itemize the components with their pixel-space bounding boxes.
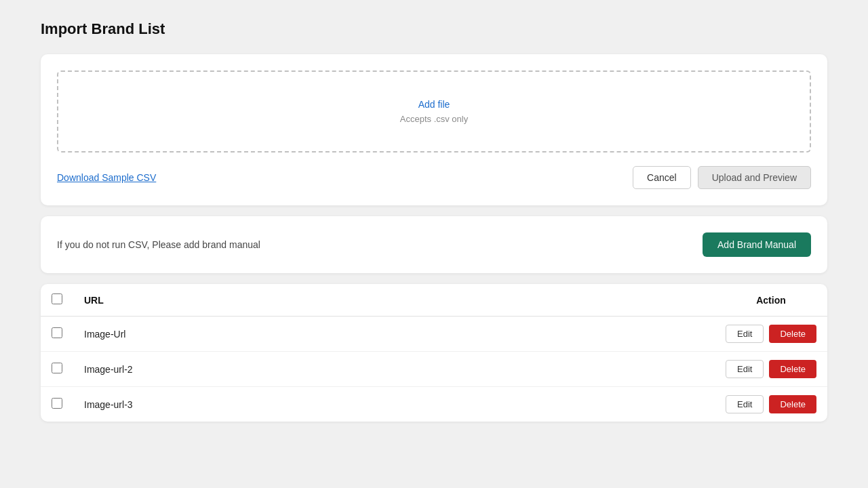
select-all-checkbox[interactable] (52, 293, 62, 304)
table-card: URL Action Image-Url Edit Delete Image-u… (41, 284, 827, 422)
accepts-text: Accepts .csv only (72, 114, 796, 124)
row-action-cell: Edit Delete (715, 352, 827, 387)
edit-button[interactable]: Edit (726, 395, 764, 413)
row-url: Image-url-3 (73, 387, 715, 422)
row-action-buttons: Edit Delete (726, 325, 816, 343)
manual-card: If you do not run CSV, Please add brand … (41, 216, 827, 273)
table-header-row: URL Action (41, 284, 827, 317)
table-row: Image-Url Edit Delete (41, 317, 827, 352)
row-checkbox[interactable] (52, 327, 62, 338)
header-action: Action (715, 284, 827, 317)
table-body: Image-Url Edit Delete Image-url-2 Edit D… (41, 317, 827, 422)
header-url: URL (73, 284, 715, 317)
edit-button[interactable]: Edit (726, 360, 764, 378)
row-checkbox-cell (41, 317, 73, 352)
page-title: Import Brand List (41, 20, 827, 38)
upload-card: Add file Accepts .csv only Download Samp… (41, 54, 827, 205)
row-url: Image-Url (73, 317, 715, 352)
url-table: URL Action Image-Url Edit Delete Image-u… (41, 284, 827, 422)
row-action-buttons: Edit Delete (726, 360, 816, 378)
row-action-cell: Edit Delete (715, 387, 827, 422)
row-action-buttons: Edit Delete (726, 395, 816, 413)
download-csv-link[interactable]: Download Sample CSV (57, 172, 156, 183)
row-checkbox[interactable] (52, 363, 62, 373)
upload-zone[interactable]: Add file Accepts .csv only (57, 70, 811, 152)
cancel-button[interactable]: Cancel (633, 166, 691, 189)
upload-preview-button[interactable]: Upload and Preview (698, 166, 811, 189)
row-checkbox-cell (41, 387, 73, 422)
header-checkbox-col (41, 284, 73, 317)
delete-button[interactable]: Delete (769, 395, 816, 413)
upload-btn-group: Cancel Upload and Preview (633, 166, 811, 189)
table-row: Image-url-2 Edit Delete (41, 352, 827, 387)
delete-button[interactable]: Delete (769, 325, 816, 343)
delete-button[interactable]: Delete (769, 360, 816, 378)
row-checkbox-cell (41, 352, 73, 387)
table-row: Image-url-3 Edit Delete (41, 387, 827, 422)
page-container: Import Brand List Add file Accepts .csv … (0, 0, 868, 453)
row-url: Image-url-2 (73, 352, 715, 387)
upload-footer: Download Sample CSV Cancel Upload and Pr… (57, 166, 811, 189)
edit-button[interactable]: Edit (726, 325, 764, 343)
manual-message: If you do not run CSV, Please add brand … (57, 239, 260, 250)
add-file-link[interactable]: Add file (418, 99, 450, 110)
row-action-cell: Edit Delete (715, 317, 827, 352)
row-checkbox[interactable] (52, 398, 62, 409)
add-brand-manual-button[interactable]: Add Brand Manual (703, 232, 811, 257)
